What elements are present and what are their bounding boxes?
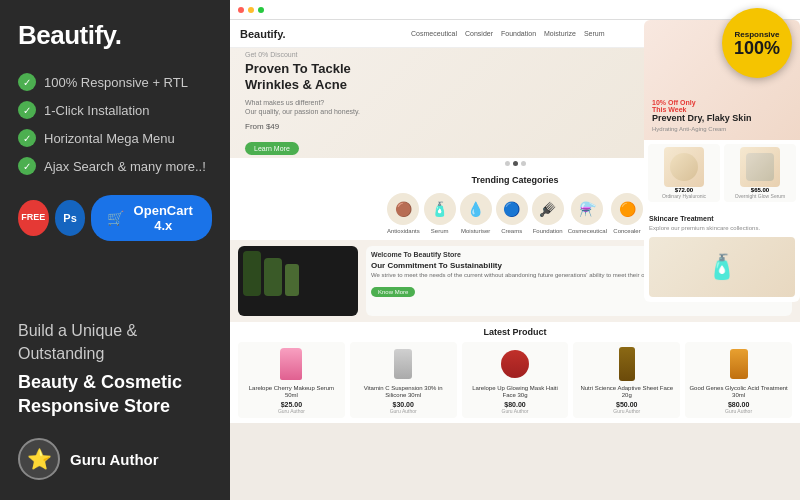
feature-item-3: ✓ Horizontal Mega Menu bbox=[18, 129, 212, 147]
cat-cosmeceutical-img: ⚗️ bbox=[571, 193, 603, 225]
cat-concealer[interactable]: 🟠 Concealer bbox=[611, 193, 643, 234]
product-card-1[interactable]: Larelope Cherry Makeup Serum 50ml $25.00… bbox=[238, 342, 345, 418]
sidebar-bottom: Build a Unique & Outstanding Beauty & Co… bbox=[18, 320, 212, 480]
cat-creams[interactable]: 🔵 Creams bbox=[496, 193, 528, 234]
cat-foundation-img: 🪮 bbox=[532, 193, 564, 225]
author-row: ⭐ Guru Author bbox=[18, 438, 212, 480]
skincare-desc: Explore our premium skincare collections… bbox=[649, 225, 795, 233]
hero-cta-button[interactable]: Learn More bbox=[245, 142, 299, 155]
prod-img-1 bbox=[273, 346, 309, 382]
rp-name-2: Overnight Glow Serum bbox=[735, 193, 786, 199]
feature-item-1: ✓ 100% Responsive + RTL bbox=[18, 73, 212, 91]
avatar: ⭐ bbox=[18, 438, 60, 480]
hero-price: From $49 bbox=[245, 122, 785, 131]
cat-foundation[interactable]: 🪮 Foundation bbox=[532, 193, 564, 234]
sustain-bottle-3 bbox=[285, 264, 299, 296]
cat-concealer-label: Concealer bbox=[613, 228, 640, 234]
check-icon-2: ✓ bbox=[18, 101, 36, 119]
dot-2[interactable] bbox=[513, 161, 518, 166]
prod-price-2: $30.00 bbox=[392, 401, 413, 408]
cat-serum[interactable]: 🧴 Serum bbox=[424, 193, 456, 234]
prod-bottle-red bbox=[501, 350, 529, 378]
check-icon-1: ✓ bbox=[18, 73, 36, 91]
sidebar: Beautify. ✓ 100% Responsive + RTL ✓ 1-Cl… bbox=[0, 0, 230, 500]
cat-cosmeceutical[interactable]: ⚗️ Cosmeceutical bbox=[568, 193, 607, 234]
badge-ps: Ps bbox=[55, 200, 86, 236]
prod-name-2: Vitamin C Suspension 30% in Silicone 30m… bbox=[354, 385, 453, 399]
tagline: Build a Unique & Outstanding bbox=[18, 320, 212, 365]
prod-seller-1: Guru Author bbox=[278, 408, 305, 414]
prod-seller-3: Guru Author bbox=[502, 408, 529, 414]
tagline-bold: Beauty & CosmeticResponsive Store bbox=[18, 371, 212, 418]
cat-moisturiser-label: Moisturiser bbox=[461, 228, 490, 234]
check-icon-4: ✓ bbox=[18, 157, 36, 175]
prod-bottle-pink bbox=[280, 348, 302, 380]
hero-banner: Get 0% Discount Proven To TackleWrinkles… bbox=[230, 48, 800, 158]
commitment-cta-button[interactable]: Know More bbox=[371, 287, 415, 297]
site-nav: Cosmeceutical Consider Foundation Moistu… bbox=[411, 30, 605, 37]
dot-1[interactable] bbox=[505, 161, 510, 166]
cat-creams-img: 🔵 bbox=[496, 193, 528, 225]
cat-foundation-label: Foundation bbox=[533, 228, 563, 234]
prod-img-2 bbox=[385, 346, 421, 382]
rp-name-1: Ordinary Hyaluronic bbox=[662, 193, 706, 199]
responsive-badge: Responsive 100% bbox=[722, 8, 792, 78]
nav-item-5[interactable]: Serum bbox=[584, 30, 605, 37]
brand-title: Beautify. bbox=[18, 20, 212, 51]
product-card-3[interactable]: Larelope Up Glowing Mask Haiti Face 30g … bbox=[462, 342, 569, 418]
browser-dot-yellow bbox=[248, 7, 254, 13]
prod-name-1: Larelope Cherry Makeup Serum 50ml bbox=[242, 385, 341, 399]
site-brand: Beautify. bbox=[240, 28, 286, 40]
cat-antioxidants-img: 🟤 bbox=[387, 193, 419, 225]
cat-moisturiser[interactable]: 💧 Moisturiser bbox=[460, 193, 492, 234]
prod-seller-4: Guru Author bbox=[613, 408, 640, 414]
hero-text-block: Get 0% Discount Proven To TackleWrinkles… bbox=[245, 51, 785, 156]
main-preview: Beautify. Cosmeceutical Consider Foundat… bbox=[230, 0, 800, 500]
author-name: Guru Author bbox=[70, 451, 159, 468]
feature-list: ✓ 100% Responsive + RTL ✓ 1-Click Instal… bbox=[18, 73, 212, 175]
sustain-bottles bbox=[238, 246, 358, 301]
prod-seller-2: Guru Author bbox=[390, 408, 417, 414]
nav-item-2[interactable]: Consider bbox=[465, 30, 493, 37]
nav-item-1[interactable]: Cosmeceutical bbox=[411, 30, 457, 37]
opencart-button[interactable]: 🛒 OpenCart 4.x bbox=[91, 195, 212, 241]
check-icon-3: ✓ bbox=[18, 129, 36, 147]
badge-row: FREE Ps 🛒 OpenCart 4.x bbox=[18, 195, 212, 241]
prod-bottle-brown bbox=[619, 347, 635, 381]
hero-discount-tag: Get 0% Discount bbox=[245, 51, 785, 58]
cat-creams-label: Creams bbox=[501, 228, 522, 234]
cat-cosmeceutical-label: Cosmeceutical bbox=[568, 228, 607, 234]
badge-free: FREE bbox=[18, 200, 49, 236]
browser-dot-green bbox=[258, 7, 264, 13]
cat-serum-img: 🧴 bbox=[424, 193, 456, 225]
cat-antioxidants[interactable]: 🟤 Antioxidants bbox=[387, 193, 420, 234]
cat-antioxidants-label: Antioxidants bbox=[387, 228, 420, 234]
feature-item-4: ✓ Ajax Search & many more..! bbox=[18, 157, 212, 175]
hero-subtitle: What makes us different?Our quality, our… bbox=[245, 98, 785, 116]
nav-item-3[interactable]: Foundation bbox=[501, 30, 536, 37]
dot-3[interactable] bbox=[521, 161, 526, 166]
prod-bottle-silver bbox=[394, 349, 412, 379]
prod-img-3 bbox=[497, 346, 533, 382]
prod-price-3: $80.00 bbox=[504, 401, 525, 408]
nav-item-4[interactable]: Moisturize bbox=[544, 30, 576, 37]
cat-moisturiser-img: 💧 bbox=[460, 193, 492, 225]
prod-name-3: Larelope Up Glowing Mask Haiti Face 30g bbox=[466, 385, 565, 399]
browser-dot-red bbox=[238, 7, 244, 13]
prod-price-1: $25.00 bbox=[281, 401, 302, 408]
hero-title: Proven To TackleWrinkles & Acne bbox=[245, 61, 785, 95]
cat-serum-label: Serum bbox=[431, 228, 449, 234]
sustainability-block bbox=[238, 246, 358, 316]
cart-icon: 🛒 bbox=[107, 210, 124, 226]
skincare-section: Skincare Treatment Explore our premium s… bbox=[644, 210, 800, 302]
cat-concealer-img: 🟠 bbox=[611, 193, 643, 225]
sustain-bottle-1 bbox=[243, 251, 261, 296]
skincare-image: 🧴 bbox=[649, 237, 795, 297]
sustain-bottle-2 bbox=[264, 258, 282, 296]
feature-item-2: ✓ 1-Click Installation bbox=[18, 101, 212, 119]
prod-price-4: $50.00 bbox=[616, 401, 637, 408]
skincare-title: Skincare Treatment bbox=[649, 215, 795, 222]
product-card-2[interactable]: Vitamin C Suspension 30% in Silicone 30m… bbox=[350, 342, 457, 418]
responsive-percent: 100% bbox=[734, 39, 780, 57]
